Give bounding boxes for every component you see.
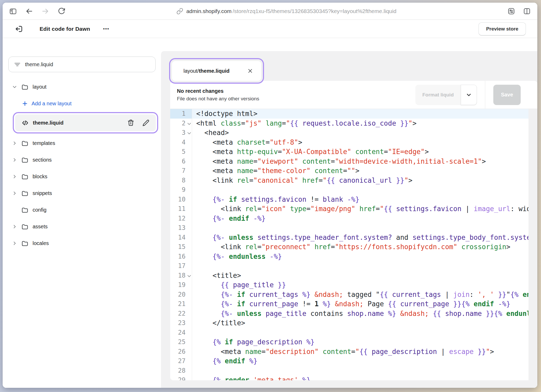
code-line-12[interactable]: 12 {%- endif -%} (170, 214, 528, 223)
code-line-20[interactable]: 20 {%- if current_tags %} &ndash; tagged… (170, 290, 528, 299)
folder-label: snippets (33, 190, 52, 196)
code-line-28[interactable]: 28 (170, 366, 528, 376)
page-title: Edit code for Dawn (40, 26, 90, 32)
code-line-16[interactable]: 16 {%- endunless -%} (170, 252, 528, 261)
code-line-1[interactable]: 1<!doctype html> (170, 109, 528, 119)
sidebar-item-locales[interactable]: locales (3, 235, 161, 252)
code-editor[interactable]: 1<!doctype html>2<html class="js" lang="… (170, 109, 537, 380)
code-line-14[interactable]: 14 {%- unless settings.type_header_font.… (170, 233, 528, 242)
sidebar-item-blocks[interactable]: blocks (3, 168, 161, 185)
folder-icon (21, 140, 28, 147)
line-number-1: 1 (170, 109, 192, 119)
code-line-11[interactable]: 11 <link rel="icon" type="image/png" hre… (170, 204, 528, 214)
code-line-10[interactable]: 10 {%- if settings.favicon != blank -%} (170, 195, 528, 204)
folder-icon (21, 206, 28, 213)
code-line-5[interactable]: 5 <meta http-equiv="X-UA-Compatible" con… (170, 147, 528, 157)
close-icon[interactable] (247, 68, 253, 74)
line-number-3: 3 (170, 128, 192, 138)
line-number-8: 8 (170, 176, 192, 185)
line-number-12: 12 (170, 214, 192, 223)
code-line-17[interactable]: 17 (170, 261, 528, 271)
line-number-9: 9 (170, 185, 192, 195)
editor-card: No recent changes File does not have any… (170, 81, 537, 380)
file-search-box[interactable] (8, 57, 156, 72)
line-number-7: 7 (170, 166, 192, 176)
code-line-21[interactable]: 21 {%- if current_page != 1 %} &ndash; P… (170, 299, 528, 309)
chevron-right-icon[interactable] (12, 174, 17, 179)
status-subtitle: File does not have any other versions (177, 96, 259, 102)
sidebar-item-sections[interactable]: sections (3, 151, 161, 168)
code-line-3[interactable]: 3 <head> (170, 128, 528, 138)
more-actions-button[interactable]: ••• (103, 26, 109, 32)
code-line-9[interactable]: 9 (170, 185, 528, 195)
chevron-down-icon[interactable] (12, 84, 17, 90)
code-line-13[interactable]: 13 (170, 223, 528, 233)
tab-layout-theme-liquid[interactable]: layout/theme.liquid (172, 61, 261, 81)
line-number-21: 21 (170, 299, 192, 309)
code-line-23[interactable]: 23 </title> (170, 318, 528, 328)
add-new-layout-button[interactable]: Add a new layout (3, 95, 161, 112)
folder-label: config (33, 207, 46, 213)
url-path: /store/rzq1xu-f5/themes/132683530345?key… (232, 8, 396, 14)
url-bar[interactable]: admin.shopify.com/store/rzq1xu-f5/themes… (66, 8, 507, 15)
chevron-right-icon[interactable] (12, 224, 17, 229)
back-icon[interactable] (25, 7, 33, 15)
plus-icon (22, 101, 28, 107)
line-number-25: 25 (170, 337, 192, 347)
exit-editor-icon[interactable] (15, 24, 23, 33)
code-line-15[interactable]: 15 <link rel="preconnect" href="https://… (170, 242, 528, 252)
fold-toggle-icon[interactable] (187, 131, 191, 136)
filter-icon (14, 61, 21, 68)
sidebar-item-templates[interactable]: templates (3, 135, 161, 151)
line-number-15: 15 (170, 242, 192, 252)
code-line-19[interactable]: 19 {{ page_title }} (170, 280, 528, 290)
rename-icon[interactable] (142, 119, 150, 126)
preview-store-button[interactable]: Preview store (478, 22, 526, 35)
code-line-24[interactable]: 24 (170, 328, 528, 338)
sidebar-item-config[interactable]: config (3, 201, 161, 218)
code-line-8[interactable]: 8 <link rel="canonical" href="{{ canonic… (170, 176, 528, 185)
folder-label: assets (33, 224, 48, 230)
line-number-10: 10 (170, 195, 192, 204)
sidebar-file-theme-liquid-selected[interactable]: theme.liquid (15, 114, 156, 131)
code-line-22[interactable]: 22 {%- unless page_title contains shop.n… (170, 309, 528, 318)
forward-icon[interactable] (41, 7, 50, 15)
page-settings-icon[interactable] (507, 7, 515, 15)
code-line-27[interactable]: 27 {% endif %} (170, 356, 528, 366)
chevron-right-icon[interactable] (12, 157, 17, 163)
chevron-right-icon[interactable] (12, 241, 17, 246)
code-line-7[interactable]: 7 <meta name="theme-color" content=""> (170, 166, 528, 176)
line-number-14: 14 (170, 233, 192, 242)
save-button[interactable]: Save (493, 85, 521, 105)
format-liquid-button: Format liquid (415, 85, 477, 105)
chevron-right-icon[interactable] (12, 191, 17, 196)
app-header: Edit code for Dawn ••• Preview store (3, 20, 537, 38)
line-number-6: 6 (170, 157, 192, 166)
sidebar-item-snippets[interactable]: snippets (3, 185, 161, 201)
toolbar-divider (485, 81, 485, 109)
fold-toggle-icon[interactable] (187, 273, 191, 278)
folder-icon (21, 190, 28, 197)
fold-toggle-icon[interactable] (187, 121, 191, 126)
sidebar-item-layout[interactable]: layout (3, 78, 161, 95)
code-line-26[interactable]: 26 <meta name="description" content="{{ … (170, 347, 528, 357)
reload-icon[interactable] (57, 7, 66, 15)
format-liquid-dropdown[interactable] (461, 85, 477, 105)
code-line-2[interactable]: 2<html class="js" lang="{{ request.local… (170, 119, 528, 128)
code-line-18[interactable]: 18 <title> (170, 271, 528, 280)
format-liquid-label[interactable]: Format liquid (415, 85, 461, 105)
sidebar-item-assets[interactable]: assets (3, 218, 161, 235)
code-line-4[interactable]: 4 <meta charset="utf-8"> (170, 138, 528, 147)
sidebar-toggle-icon[interactable] (9, 7, 17, 15)
search-input[interactable] (25, 62, 150, 68)
line-number-19: 19 (170, 280, 192, 290)
line-number-4: 4 (170, 138, 192, 147)
delete-icon[interactable] (127, 119, 134, 126)
chevron-right-icon[interactable] (12, 140, 17, 146)
code-line-6[interactable]: 6 <meta name="viewport" content="width=d… (170, 157, 528, 166)
code-line-29[interactable]: 29 {% render 'meta-tags' %} (170, 375, 528, 380)
action-label: Add a new layout (32, 101, 71, 107)
browser-toolbar: admin.shopify.com/store/rzq1xu-f5/themes… (3, 3, 537, 20)
code-line-25[interactable]: 25 {% if page_description %} (170, 337, 528, 347)
split-view-icon[interactable] (523, 7, 531, 15)
